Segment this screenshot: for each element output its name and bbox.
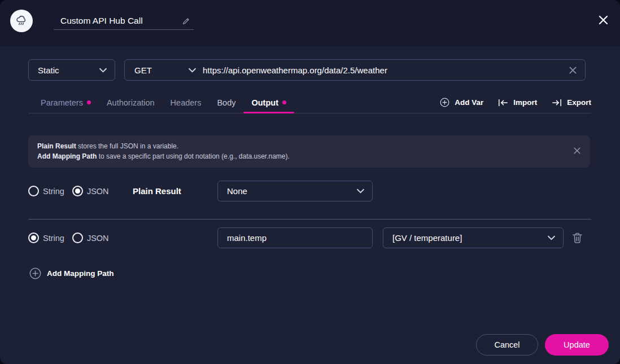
chevron-down-icon <box>99 68 107 73</box>
weather-cloud-logo-icon <box>10 10 33 32</box>
tab-toolbar: Add Var Import Export <box>440 98 591 107</box>
update-label: Update <box>564 340 590 349</box>
add-var-label: Add Var <box>455 98 483 107</box>
tab-label: Parameters <box>41 98 83 107</box>
section-divider <box>28 219 591 220</box>
export-icon <box>552 99 562 107</box>
radio-string-label: String <box>43 187 64 196</box>
update-button[interactable]: Update <box>545 334 609 356</box>
edit-pencil-icon[interactable] <box>182 17 194 25</box>
import-button[interactable]: Import <box>498 98 537 107</box>
banner-bold-2: Add Mapping Path <box>37 152 97 160</box>
import-label: Import <box>513 98 537 107</box>
unsaved-dot <box>87 100 91 104</box>
plain-result-row: String JSON Plain Result None <box>28 181 591 201</box>
tab-label: Output <box>251 98 278 107</box>
api-hub-modal: Static GET Parameters Authorization Head <box>0 0 620 364</box>
radio-string[interactable] <box>28 233 39 243</box>
tab-authorization[interactable]: Authorization <box>99 92 163 113</box>
clear-url-icon[interactable] <box>569 66 577 74</box>
radio-json[interactable] <box>72 233 83 243</box>
tab-label: Headers <box>171 98 202 107</box>
tab-body[interactable]: Body <box>209 92 243 113</box>
mapping-type-radios: String JSON <box>28 227 117 248</box>
close-icon[interactable] <box>598 15 609 25</box>
tab-output[interactable]: Output <box>243 92 294 113</box>
import-icon <box>498 99 508 107</box>
chevron-down-icon <box>548 235 555 240</box>
banner-text-2: to save a specific part using dot notati… <box>97 152 290 160</box>
radio-json[interactable] <box>72 186 83 196</box>
unsaved-dot <box>282 100 286 104</box>
export-button[interactable]: Export <box>552 98 591 107</box>
cancel-button[interactable]: Cancel <box>476 334 538 356</box>
add-mapping-plus-icon <box>29 267 41 279</box>
modal-header <box>0 0 620 46</box>
banner-text-1: stores the full JSON in a variable. <box>76 142 178 150</box>
add-mapping-path-button[interactable]: Add Mapping Path <box>29 267 114 279</box>
cancel-label: Cancel <box>494 340 519 349</box>
tab-parameters[interactable]: Parameters <box>33 92 99 113</box>
tab-headers[interactable]: Headers <box>163 92 209 113</box>
title-field[interactable] <box>54 12 194 30</box>
add-var-plus-icon <box>440 98 449 107</box>
add-var-button[interactable]: Add Var <box>440 98 483 107</box>
plain-result-variable-value: None <box>227 186 247 196</box>
radio-string-label: String <box>43 234 64 243</box>
request-url-group: GET <box>124 59 586 81</box>
mapping-variable-dropdown[interactable]: [GV / temperature] <box>383 227 564 248</box>
mapping-variable-value: [GV / temperature] <box>392 233 462 243</box>
banner-bold-1: Plain Result <box>37 142 76 150</box>
info-banner: Plain Result stores the full JSON in a v… <box>28 135 590 168</box>
plain-result-type-radios: String JSON <box>28 181 117 201</box>
banner-line-1: Plain Result stores the full JSON in a v… <box>37 142 564 152</box>
url-input[interactable] <box>203 65 569 75</box>
scope-dropdown[interactable]: Static <box>28 59 115 81</box>
tab-label: Authorization <box>107 98 155 107</box>
http-method-dropdown[interactable]: GET <box>125 65 196 75</box>
http-method-value: GET <box>134 65 152 75</box>
add-mapping-path-label: Add Mapping Path <box>47 269 114 278</box>
tab-label: Body <box>217 98 235 107</box>
radio-json-label: JSON <box>87 187 109 196</box>
tabs-bar: Parameters Authorization Headers Body Ou… <box>28 92 591 113</box>
mapping-path-input[interactable] <box>217 227 373 248</box>
export-label: Export <box>567 98 591 107</box>
banner-close-icon[interactable] <box>573 147 581 155</box>
chevron-down-icon <box>189 68 196 73</box>
plain-result-label: Plain Result <box>133 181 181 201</box>
workflow-title-input[interactable] <box>54 16 167 26</box>
radio-string[interactable] <box>28 186 39 196</box>
delete-mapping-trash-icon[interactable] <box>572 232 583 244</box>
radio-json-label: JSON <box>87 234 109 243</box>
mapping-row: String JSON [GV / temperature] <box>28 227 591 248</box>
chevron-down-icon <box>357 188 364 194</box>
plain-result-variable-dropdown[interactable]: None <box>217 181 373 201</box>
scope-dropdown-value: Static <box>38 65 59 75</box>
banner-line-2: Add Mapping Path to save a specific part… <box>37 152 564 162</box>
